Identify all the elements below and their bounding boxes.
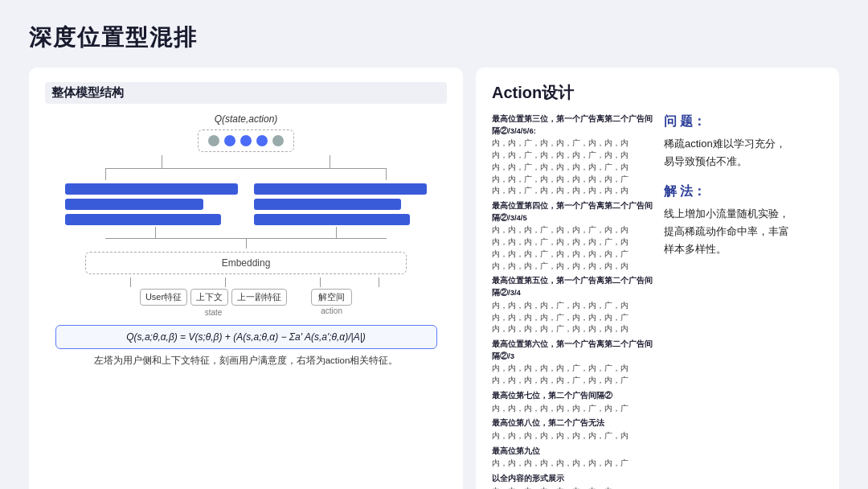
section1-row1: 内，内，广，内，内，广，内，内，内 [492, 138, 653, 150]
section8-label: 以全内容的形式展示 [492, 473, 653, 485]
page-title: 深度位置型混排 [29, 23, 839, 53]
action-list: 最高位置第三位，第一个广告离第二个广告间隔②/3/4/5/6: 内，内，广，内，… [492, 110, 653, 489]
embedding-box: Embedding [85, 252, 407, 274]
bars-section [65, 183, 427, 225]
context-feature-box: 上下文 [190, 289, 228, 306]
left-panel: 整体模型结构 Q(state,action) [29, 68, 463, 489]
solution-block: 解 法： 线上增加小流量随机实验，提高稀疏动作命中率，丰富样本多样性。 [664, 183, 823, 258]
bar-r1 [254, 183, 427, 195]
dot-5 [272, 135, 284, 146]
section6-label: 最高位第八位，第二个广告无法 [492, 417, 653, 429]
diagram-area: Q(state,action) [45, 113, 447, 489]
section1-row4: 内，内，广，内，内，内，内，内，广 [492, 174, 653, 186]
left-panel-title: 整体模型结构 [45, 82, 447, 104]
section8-row1: 内，内，内，内，内，内，内，内 [492, 486, 653, 489]
section3-row2: 内，内，内，内，广，内，内，内，广 [492, 312, 653, 324]
right-content: 最高位置第三位，第一个广告离第二个广告间隔②/3/4/5/6: 内，内，广，内，… [492, 110, 823, 489]
section2-row4: 内，内，内，广，内，内，内，内，内 [492, 261, 653, 273]
section2-label: 最高位置第四位，第一个广告离第二个广告间隔②/3/4/5 [492, 200, 653, 224]
dot-3 [240, 135, 252, 146]
bar-l1 [65, 183, 238, 195]
section4-label: 最高位置第六位，第一个广告离第二个广告间隔②/3 [492, 339, 653, 362]
action-label: action [321, 306, 342, 315]
section1-label: 最高位置第三位，第一个广告离第二个广告间隔②/3/4/5/6: [492, 113, 653, 137]
dot-2 [224, 135, 235, 146]
section7-row1: 内，内，内，内，内，内，内，内，广 [492, 458, 653, 470]
section1-row5: 内，内，广，内，内，内，内，内，内 [492, 185, 653, 197]
prev-feature-box: 上一剧特征 [231, 289, 287, 306]
bar-r3 [254, 214, 410, 225]
section2-row2: 内，内，内，广，内，内，内，广，内 [492, 236, 653, 249]
dot-1 [208, 135, 219, 146]
action-box: 解空间 [311, 289, 352, 306]
section5-row1: 内，内，内，内，内，内，广，内，广 [492, 403, 653, 415]
bar-r2 [254, 199, 401, 210]
bottom-description: 左塔为用户侧和上下文特征，刻画用户满意度，右塔为action相关特征。 [94, 355, 399, 367]
feature-action-row: User特征 上下文 上一剧特征 state 解空间 action [76, 289, 417, 317]
bar-l2 [65, 199, 203, 210]
dot-4 [256, 135, 268, 146]
section3-row1: 内，内，内，内，广，内，内，广，内 [492, 300, 653, 312]
formula-box: Q(s,a;θ,α,β) = V(s;θ,β) + (A(s,a;θ,α) − … [55, 325, 437, 349]
right-panel-title: Action设计 [492, 82, 823, 104]
action-box-wrap: 解空间 action [311, 289, 352, 315]
user-feature-box: User特征 [140, 289, 187, 306]
section1-row2: 内，内，广，内，内，内，广，内，内 [492, 150, 653, 162]
q-function-label: Q(state,action) [215, 113, 278, 125]
right-notes: 问 题： 稀疏action难以学习充分，易导致预估不准。 解 法： 线上增加小流… [664, 110, 823, 489]
section3-row3: 内，内，内，内，广，内，内，内，内 [492, 323, 653, 335]
section3-label: 最高位置第五位，第一个广告离第二个广告间隔②/3/4 [492, 275, 653, 298]
section2-row3: 内，内，内，广，内，内，内，内，广 [492, 249, 653, 261]
solution-body: 线上增加小流量随机实验，提高稀疏动作命中率，丰富样本多样性。 [664, 205, 823, 258]
problem-block: 问 题： 稀疏action难以学习充分，易导致预估不准。 [664, 113, 823, 171]
state-label: state [205, 308, 223, 317]
section2-row1: 内，内，内，广，内，内，广，内，内 [492, 224, 653, 236]
section7-label: 最高位第九位 [492, 446, 653, 458]
bar-l3 [65, 214, 221, 225]
content-row: 整体模型结构 Q(state,action) [29, 68, 839, 489]
feature-group: User特征 上下文 上一剧特征 state [140, 289, 287, 317]
problem-title: 问 题： [664, 113, 823, 130]
section4-row1: 内，内，内，内，内，广，内，广，内 [492, 363, 653, 375]
problem-body: 稀疏action难以学习充分，易导致预估不准。 [664, 135, 823, 171]
section6-row1: 内，内，内，内，内，内，内，广，内 [492, 430, 653, 442]
dots-row [198, 129, 294, 152]
page-container: 深度位置型混排 整体模型结构 Q(state,action) [0, 0, 868, 489]
left-bars [65, 183, 238, 225]
section4-row2: 内，内，内，内，内，广，内，内，广 [492, 375, 653, 387]
section5-label: 最高位第七位，第二个广告间隔② [492, 390, 653, 402]
right-bars [254, 183, 427, 225]
right-panel: Action设计 最高位置第三位，第一个广告离第二个广告间隔②/3/4/5/6:… [476, 68, 839, 489]
solution-title: 解 法： [664, 183, 823, 200]
section1-row3: 内，内，广，内，内，内，内，广，内 [492, 162, 653, 174]
